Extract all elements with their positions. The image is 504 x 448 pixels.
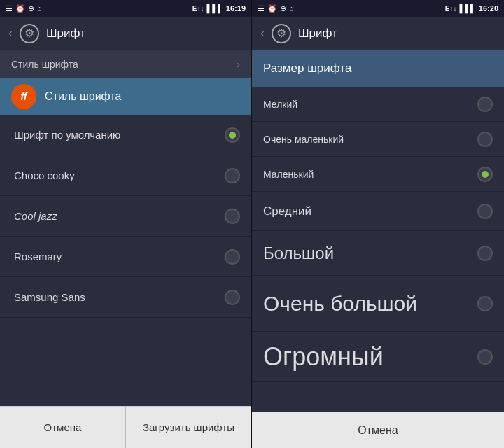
status-icon-4: ⌂ (37, 4, 42, 13)
size-item-medium-name: Средний (263, 204, 312, 218)
right-title: Шрифт (298, 27, 337, 41)
font-item-cooljazz[interactable]: Cool jazz (0, 196, 251, 237)
size-item-small[interactable]: Мелкий (252, 87, 504, 122)
font-item-rosemary-radio[interactable] (225, 249, 240, 265)
left-cancel-button[interactable]: Отмена (0, 407, 126, 448)
left-bottom-buttons: Отмена Загрузить шрифты (0, 406, 251, 448)
left-signal-icon: E↑↓ (192, 5, 204, 13)
right-cancel-label: Отмена (358, 424, 398, 437)
size-item-xxlarge[interactable]: Огромный (252, 332, 504, 382)
left-panel: ☰ ⏰ ⊕ ⌂ E↑↓ ▌▌▌ 16:19 ‹ ⚙ Шрифт Стиль шр… (0, 0, 252, 448)
left-status-bar: ☰ ⏰ ⊕ ⌂ E↑↓ ▌▌▌ 16:19 (0, 0, 251, 17)
left-status-right: E↑↓ ▌▌▌ 16:19 (192, 4, 246, 13)
font-item-cooljazz-radio[interactable] (225, 209, 240, 224)
right-status-icon-2: ⏰ (267, 4, 277, 13)
size-list: Мелкий Очень маленький Маленький Средний… (252, 87, 504, 412)
font-style-header-label: Стиль шрифта (45, 90, 121, 103)
right-status-icon-1: ☰ (258, 4, 265, 13)
right-title-bar: ‹ ⚙ Шрифт (252, 17, 504, 50)
left-status-icons: ☰ ⏰ ⊕ ⌂ (6, 4, 42, 13)
left-title-bar: ‹ ⚙ Шрифт (0, 17, 251, 50)
right-status-icon-3: ⊕ (280, 4, 286, 13)
right-time: 16:20 (479, 4, 498, 13)
font-item-default-radio[interactable] (225, 127, 240, 143)
size-item-medium[interactable]: Средний (252, 192, 504, 231)
left-load-label: Загрузить шрифты (143, 421, 234, 435)
size-item-large[interactable]: Большой (252, 231, 504, 276)
left-back-button[interactable]: ‹ (8, 26, 13, 41)
left-title: Шрифт (46, 27, 85, 41)
font-style-header: ff Стиль шрифта (0, 78, 251, 115)
left-subtitle-text: Стиль шрифта (11, 59, 78, 70)
size-item-xxlarge-name: Огромный (263, 342, 384, 372)
right-status-bar: ☰ ⏰ ⊕ ⌂ E↑↓ ▌▌▌ 16:20 (252, 0, 504, 17)
left-gear-icon: ⚙ (20, 24, 39, 43)
ff-badge-icon: ff (11, 84, 36, 109)
font-item-cooljazz-name: Cool jazz (14, 210, 57, 222)
size-item-small-radio[interactable] (477, 97, 493, 112)
font-item-samsung-radio[interactable] (225, 290, 240, 305)
right-gear-icon: ⚙ (272, 24, 291, 43)
font-list: Шрифт по умолчанию Choco cooky Cool jazz… (0, 115, 251, 406)
font-item-choco[interactable]: Choco cooky (0, 155, 251, 196)
left-signal-bars: ▌▌▌ (206, 4, 223, 13)
font-item-samsung[interactable]: Samsung Sans (0, 277, 251, 318)
font-item-choco-name: Choco cooky (14, 169, 75, 181)
status-icon-2: ⏰ (15, 4, 25, 13)
size-item-xlarge[interactable]: Очень большой (252, 276, 504, 332)
size-item-xlarge-radio[interactable] (477, 296, 493, 312)
font-item-default[interactable]: Шрифт по умолчанию (0, 115, 251, 155)
left-time: 16:19 (226, 4, 246, 13)
size-item-xsmall[interactable]: Очень маленький (252, 122, 504, 157)
size-item-little-radio[interactable] (477, 167, 493, 182)
right-status-icons: ☰ ⏰ ⊕ ⌂ (258, 4, 294, 13)
font-item-default-name: Шрифт по умолчанию (14, 129, 120, 141)
size-item-xsmall-radio[interactable] (477, 132, 493, 147)
size-list-header-text: Размер шрифта (263, 62, 351, 76)
size-item-small-name: Мелкий (263, 99, 298, 110)
font-item-samsung-name: Samsung Sans (14, 291, 85, 303)
size-item-large-radio[interactable] (477, 246, 493, 261)
left-chevron-icon: › (237, 59, 240, 70)
right-cancel-button[interactable]: Отмена (252, 412, 504, 448)
right-status-right: E↑↓ ▌▌▌ 16:20 (445, 4, 498, 13)
size-item-little[interactable]: Маленький (252, 157, 504, 192)
size-item-large-name: Большой (263, 244, 334, 263)
size-list-header: Размер шрифта (252, 50, 504, 87)
left-subtitle-row[interactable]: Стиль шрифта › (0, 50, 251, 78)
font-item-rosemary[interactable]: Rosemary (0, 237, 251, 277)
size-item-little-name: Маленький (263, 169, 314, 180)
right-signal-icon: E↑↓ (445, 5, 457, 13)
font-item-choco-radio[interactable] (225, 168, 240, 183)
right-panel: ☰ ⏰ ⊕ ⌂ E↑↓ ▌▌▌ 16:20 ‹ ⚙ Шрифт Размер ш… (252, 0, 504, 448)
size-item-xlarge-name: Очень большой (263, 291, 417, 316)
status-icon-3: ⊕ (28, 4, 34, 13)
left-load-button[interactable]: Загрузить шрифты (126, 407, 251, 448)
size-item-xsmall-name: Очень маленький (263, 134, 344, 145)
font-item-rosemary-name: Rosemary (14, 251, 62, 262)
right-signal-bars: ▌▌▌ (459, 4, 475, 13)
left-cancel-label: Отмена (44, 421, 82, 433)
right-back-button[interactable]: ‹ (260, 26, 265, 41)
right-status-icon-4: ⌂ (289, 4, 294, 13)
size-item-xxlarge-radio[interactable] (477, 349, 493, 365)
size-item-medium-radio[interactable] (477, 204, 493, 219)
status-icon-1: ☰ (6, 4, 13, 13)
